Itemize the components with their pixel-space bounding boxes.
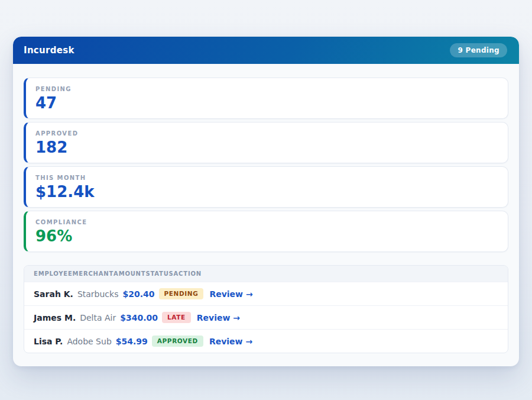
- column-header-amount: AMOUNT: [113, 270, 145, 278]
- dashboard-panel: Incurdesk 9 Pending PENDING 47 APPROVED …: [13, 37, 519, 366]
- status-badge: APPROVED: [152, 336, 203, 347]
- expense-amount: $340.00: [120, 313, 158, 322]
- review-link[interactable]: Review →: [209, 337, 252, 346]
- review-link[interactable]: Review →: [209, 289, 252, 299]
- status-badge: LATE: [162, 312, 191, 323]
- stat-value: 182: [35, 138, 498, 157]
- merchant-name: Starbucks: [77, 289, 119, 299]
- employee-name: Sarah K.: [34, 289, 73, 299]
- column-header-merchant: MERCHANT: [73, 270, 114, 278]
- stat-card-approved: APPROVED 182: [24, 122, 508, 163]
- column-header-status: STATUS: [145, 270, 173, 278]
- stat-label: COMPLIANCE: [35, 218, 498, 227]
- stat-card-this-month: THIS MONTH $12.4k: [24, 166, 508, 208]
- app-header: Incurdesk 9 Pending: [13, 37, 519, 64]
- stat-value: 96%: [35, 227, 498, 246]
- expense-row: Lisa P. Adobe Sub $54.99 APPROVED Review…: [24, 329, 508, 353]
- stat-card-compliance: COMPLIANCE 96%: [24, 211, 508, 252]
- stat-label: PENDING: [35, 85, 498, 93]
- stat-label: APPROVED: [35, 130, 498, 138]
- table-header-row: EMPLOYEE MERCHANT AMOUNT STATUS ACTION: [24, 266, 508, 282]
- stat-value: $12.4k: [35, 182, 498, 201]
- merchant-name: Adobe Sub: [67, 337, 111, 346]
- status-badge: PENDING: [159, 288, 204, 299]
- stat-label: THIS MONTH: [35, 174, 498, 182]
- column-header-employee: EMPLOYEE: [34, 270, 73, 278]
- expense-amount: $20.40: [122, 289, 154, 299]
- merchant-name: Delta Air: [80, 313, 116, 322]
- expense-amount: $54.99: [116, 337, 148, 346]
- review-link[interactable]: Review →: [197, 313, 240, 322]
- app-title: Incurdesk: [24, 45, 74, 56]
- stat-value: 47: [35, 93, 498, 112]
- column-header-action: ACTION: [174, 270, 202, 278]
- expense-row: James M. Delta Air $340.00 LATE Review →: [24, 305, 508, 329]
- employee-name: James M.: [34, 313, 76, 322]
- employee-name: Lisa P.: [34, 337, 63, 346]
- dashboard-body: PENDING 47 APPROVED 182 THIS MONTH $12.4…: [13, 64, 519, 366]
- expense-row: Sarah K. Starbucks $20.40 PENDING Review…: [24, 282, 508, 305]
- expenses-table: EMPLOYEE MERCHANT AMOUNT STATUS ACTION S…: [24, 265, 508, 353]
- pending-count-badge: 9 Pending: [450, 43, 507, 57]
- stat-card-pending: PENDING 47: [24, 78, 508, 119]
